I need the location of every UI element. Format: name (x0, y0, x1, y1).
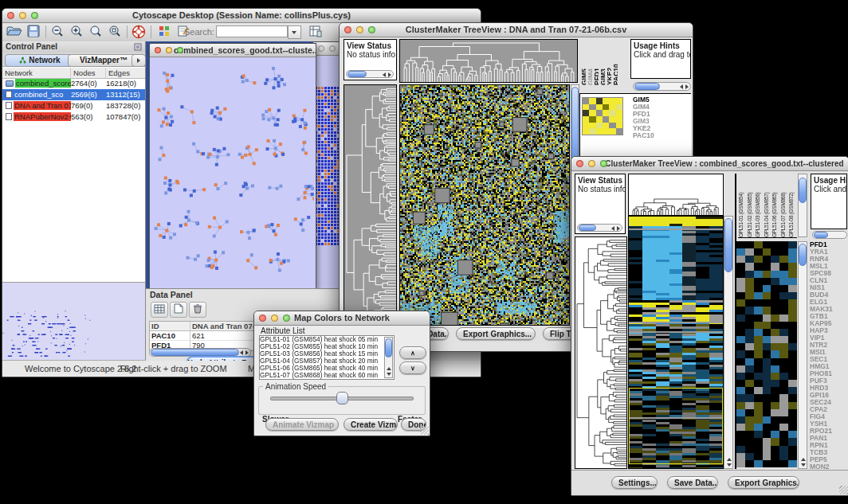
tv1-column-label[interactable]: GIM4 (587, 39, 592, 85)
resize-grip[interactable] (839, 486, 848, 494)
matrix-cell[interactable] (583, 116, 589, 123)
speed-slider-thumb[interactable] (336, 392, 348, 404)
tv1-column-label[interactable]: PAC10 (612, 39, 618, 85)
network-table-row[interactable]: combined_sco 2569(6) 13112(15) (2, 89, 145, 100)
dialog-titlebar[interactable]: Map Colors to Network (254, 311, 430, 326)
tv1-column-label[interactable]: GIM5 (580, 39, 586, 85)
tv2-labels-vscrollbar[interactable] (798, 174, 807, 237)
animate-vizmap-button[interactable]: Animate Vizmap (265, 418, 339, 431)
tv2-row-dendrogram[interactable] (575, 236, 627, 469)
attribute-browser-icon[interactable] (307, 25, 324, 40)
matrix-cell[interactable] (603, 116, 609, 123)
matrix-cell[interactable] (596, 98, 603, 104)
create-vizmap-button[interactable]: Create Vizmap (344, 418, 398, 431)
zoom-window-icon[interactable] (600, 160, 607, 167)
network-canvas[interactable] (150, 57, 314, 288)
network-window-titlebar[interactable]: combined_scores_good.txt--cluste... (150, 44, 316, 57)
gene-label[interactable]: PAC10 (633, 132, 689, 138)
matrix-cell[interactable] (596, 123, 603, 129)
birdseye-canvas[interactable] (2, 283, 144, 361)
matrix-cell[interactable] (616, 98, 622, 104)
tv1-titlebar[interactable]: ClusterMaker TreeView : DNA and Tran 07-… (340, 23, 693, 37)
matrix-cell[interactable] (589, 98, 595, 104)
matrix-cell[interactable] (609, 123, 615, 129)
matrix-cell[interactable] (616, 110, 622, 116)
tv2-heatmap-vscrollbar[interactable] (724, 216, 733, 469)
tv2-column-label[interactable]: GPL51-04 (GSM857) (764, 174, 771, 237)
minimize-icon[interactable] (329, 45, 336, 52)
tv1-usage-scrollbar[interactable] (633, 82, 691, 91)
tv1-column-label[interactable]: GIM3 (599, 39, 605, 85)
tv2-column-label[interactable]: GPL51-08 (GSM872) (788, 174, 796, 237)
tv1-column-label[interactable]: PFD1 (593, 39, 599, 85)
search-dropdown-icon[interactable] (288, 25, 301, 39)
tv2-export-graphics-button[interactable]: Export Graphics... (728, 476, 799, 489)
matrix-cell[interactable] (583, 128, 589, 135)
close-icon[interactable] (576, 160, 583, 167)
vizmapper-icon[interactable] (155, 25, 173, 40)
help-lifering-icon[interactable] (130, 25, 147, 40)
tv2-column-label[interactable]: GPL51-01 (GSM854) (738, 174, 746, 237)
table-icon[interactable] (151, 302, 168, 318)
birdseye-view[interactable] (2, 282, 145, 362)
resize-grip[interactable] (420, 426, 429, 435)
tv2-usage-scrollbar[interactable] (812, 231, 847, 239)
matrix-cell[interactable] (589, 128, 595, 135)
tv2-heatmap-canvas[interactable] (629, 217, 723, 468)
tv2-column-label[interactable]: GPL51-06 (GSM865) (771, 174, 779, 237)
tv1-row-dendrogram-canvas[interactable] (344, 85, 396, 325)
matrix-cell[interactable] (583, 123, 589, 129)
move-down-button[interactable]: ∨ (399, 361, 426, 374)
matrix-cell[interactable] (596, 128, 603, 135)
matrix-cell[interactable] (609, 98, 615, 104)
tv2-column-label[interactable]: GPL51-02 (GSM855) (747, 174, 755, 237)
matrix-cell[interactable] (616, 104, 622, 111)
tab-overflow-button[interactable] (132, 54, 146, 67)
zoom-fit-icon[interactable] (87, 25, 104, 40)
network-view-window[interactable]: combined_scores_good.txt--cluste... (149, 43, 316, 290)
matrix-cell[interactable] (589, 104, 595, 111)
save-icon[interactable] (25, 25, 42, 40)
network-table-row[interactable]: DNA and Tran 07 769(0) 183728(0) (2, 100, 145, 111)
attribute-list-scrollbar[interactable] (384, 337, 393, 378)
tv1-heatmap[interactable] (399, 84, 570, 326)
attr-col-id[interactable]: ID (150, 322, 190, 330)
tv2-column-dendrogram[interactable] (628, 174, 724, 216)
matrix-cell[interactable] (603, 123, 609, 129)
matrix-cell[interactable] (609, 128, 615, 135)
column-header-edges[interactable]: Edges (106, 68, 144, 78)
minimize-icon[interactable] (271, 315, 278, 322)
open-file-icon[interactable] (6, 25, 23, 40)
close-icon[interactable] (344, 26, 351, 33)
tv1-cluster-matrix[interactable] (582, 97, 623, 135)
tv1-row-dendrogram[interactable] (344, 84, 397, 326)
tv2-titlebar[interactable]: ClusterMaker TreeView : combined_scores_… (571, 157, 848, 171)
close-icon[interactable] (259, 315, 266, 322)
matrix-cell[interactable] (603, 128, 609, 135)
matrix-cell[interactable] (596, 110, 603, 116)
matrix-cell[interactable] (616, 128, 622, 135)
close-icon[interactable] (318, 45, 324, 52)
delete-trash-icon[interactable] (189, 302, 206, 318)
zoom-window-icon[interactable] (177, 47, 183, 53)
tv2-column-label[interactable]: GPL51-07 (GSM868) (780, 174, 788, 237)
matrix-cell[interactable] (589, 116, 595, 123)
tv2-view-status-scrollbar[interactable] (577, 224, 622, 232)
tv1-export-graphics-button[interactable]: Export Graphics... (456, 327, 536, 340)
matrix-cell[interactable] (603, 104, 609, 111)
matrix-cell[interactable] (596, 104, 603, 111)
tv2-cluster-heatmap-canvas[interactable] (736, 241, 797, 467)
matrix-cell[interactable] (603, 110, 609, 116)
zoom-window-icon[interactable] (31, 12, 38, 19)
matrix-cell[interactable] (583, 104, 589, 111)
matrix-cell[interactable] (589, 110, 595, 116)
move-up-button[interactable]: ∧ (399, 346, 426, 359)
tv2-heatmap[interactable] (628, 216, 724, 469)
tab-vizmapper[interactable]: VizMapper™ (68, 54, 139, 67)
attribute-list-item[interactable]: GPL51-07 (GSM868) heat shock 60 min (260, 372, 394, 379)
main-titlebar[interactable]: Cytoscape Desktop (Session Name: collins… (2, 9, 481, 23)
tv2-column-label[interactable]: GPL51-03 (GSM856) (755, 174, 763, 237)
zoom-window-icon[interactable] (368, 26, 375, 33)
minimize-icon[interactable] (19, 12, 26, 19)
tv1-heatmap-canvas[interactable] (400, 85, 569, 325)
